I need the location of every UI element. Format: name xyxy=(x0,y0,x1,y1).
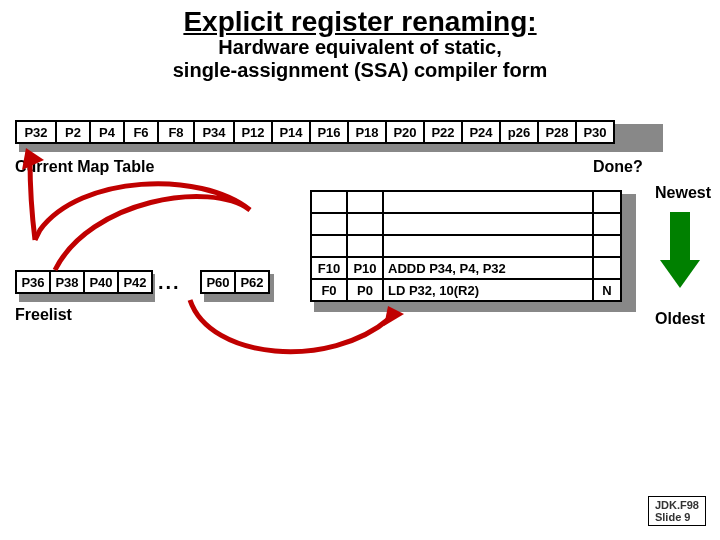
rob-cell xyxy=(592,234,622,258)
map-cell: P32 xyxy=(15,120,57,144)
svg-rect-2 xyxy=(670,212,690,262)
freelist-cell: P40 xyxy=(83,270,119,294)
map-cell: P20 xyxy=(385,120,425,144)
done-label: Done? xyxy=(593,158,643,176)
map-cell: F6 xyxy=(123,120,159,144)
map-cell: P14 xyxy=(271,120,311,144)
rob-cell: P10 xyxy=(346,256,384,280)
map-cell: P24 xyxy=(461,120,501,144)
table-row xyxy=(310,190,622,214)
freelist-cell: P38 xyxy=(49,270,85,294)
footer-badge: JDK.F98 Slide 9 xyxy=(648,496,706,526)
page-title: Explicit register renaming: xyxy=(0,6,720,38)
rob-cell: LD P32, 10(R2) xyxy=(382,278,594,302)
rob-cell xyxy=(382,234,594,258)
map-cell: P12 xyxy=(233,120,273,144)
rob-cell xyxy=(592,256,622,280)
footer-line2: Slide 9 xyxy=(655,511,690,523)
rob-cell xyxy=(346,234,384,258)
rob-cell xyxy=(382,190,594,214)
page-subtitle: Hardware equivalent of static, single-as… xyxy=(0,36,720,82)
map-cell: P30 xyxy=(575,120,615,144)
map-table-label: Current Map Table xyxy=(15,158,154,176)
svg-marker-3 xyxy=(660,260,700,288)
freelist-dots: ... xyxy=(158,271,181,294)
newest-label: Newest xyxy=(655,184,711,202)
freelist-cell: P36 xyxy=(15,270,51,294)
map-cell: P28 xyxy=(537,120,577,144)
rob-cell xyxy=(592,212,622,236)
subtitle-line2: single-assignment (SSA) compiler form xyxy=(173,59,548,81)
rob-cell: F0 xyxy=(310,278,348,302)
map-cell: P4 xyxy=(89,120,125,144)
map-cell: P34 xyxy=(193,120,235,144)
map-table-row: P32P2P4F6F8P34P12P14P16P18P20P22P24p26P2… xyxy=(15,120,615,144)
freelist-cell: P60 xyxy=(200,270,236,294)
table-row xyxy=(310,236,622,258)
table-row: F10P10ADDD P34, P4, P32 xyxy=(310,258,622,280)
oldest-label: Oldest xyxy=(655,310,705,328)
freelist-cell: P62 xyxy=(234,270,270,294)
map-cell: F8 xyxy=(157,120,195,144)
rob-cell xyxy=(346,190,384,214)
map-cell: p26 xyxy=(499,120,539,144)
table-row xyxy=(310,214,622,236)
rob-cell: ADDD P34, P4, P32 xyxy=(382,256,594,280)
rob-cell xyxy=(310,234,348,258)
freelist-a-row: P36P38P40P42 xyxy=(15,270,153,294)
freelist-cell: P42 xyxy=(117,270,153,294)
rob-cell: F10 xyxy=(310,256,348,280)
freelist-label: Freelist xyxy=(15,306,72,324)
map-cell: P18 xyxy=(347,120,387,144)
table-row: F0P0LD P32, 10(R2)N xyxy=(310,280,622,302)
rob-cell: N xyxy=(592,278,622,302)
rob-cell: P0 xyxy=(346,278,384,302)
rob-cell xyxy=(310,212,348,236)
footer-line1: JDK.F98 xyxy=(655,499,699,511)
rob-cell xyxy=(382,212,594,236)
rob-cell xyxy=(592,190,622,214)
rob-table: F10P10ADDD P34, P4, P32F0P0LD P32, 10(R2… xyxy=(310,190,622,302)
rob-cell xyxy=(310,190,348,214)
rob-cell xyxy=(346,212,384,236)
subtitle-line1: Hardware equivalent of static, xyxy=(218,36,501,58)
map-cell: P2 xyxy=(55,120,91,144)
freelist-b-row: P60P62 xyxy=(200,270,270,294)
map-cell: P22 xyxy=(423,120,463,144)
map-cell: P16 xyxy=(309,120,349,144)
